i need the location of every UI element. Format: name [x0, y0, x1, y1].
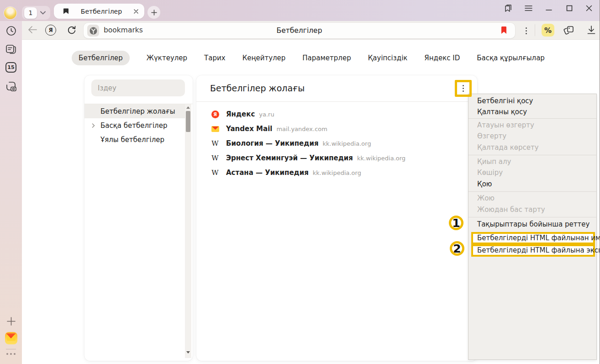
wikipedia-favicon: W — [211, 169, 219, 177]
back-button[interactable] — [27, 26, 37, 34]
vertical-dots-icon — [526, 27, 527, 34]
refresh-icon — [67, 25, 77, 35]
chevron-down-icon — [40, 11, 46, 15]
menu-item-export-html[interactable]: Бетбелгілерді HTML файлына экспорттау — [471, 244, 595, 257]
menu-item-add-bookmark[interactable]: Бетбелгіні қосу — [468, 95, 596, 106]
tab-count: 1 — [24, 7, 37, 19]
rail-add-button[interactable] — [0, 317, 22, 326]
wikipedia-favicon: W — [211, 154, 219, 162]
screenshot-button[interactable] — [0, 81, 22, 92]
nav-tab-downloads[interactable]: Жүктеулер — [147, 51, 187, 65]
scroll-thumb[interactable] — [186, 111, 190, 132]
nav-tab-settings[interactable]: Параметрлер — [302, 51, 351, 65]
new-tab-button[interactable] — [147, 6, 160, 19]
bookmark-row-biology-wikipedia[interactable]: W Биология — Уикипедия kk.wikipedia.org — [196, 136, 477, 151]
panel-menu-button-highlight — [455, 80, 472, 97]
nav-tab-extensions[interactable]: Кеңейтулер — [242, 51, 286, 65]
clock-icon — [6, 26, 16, 36]
maximize-icon — [566, 5, 573, 11]
tab-close-icon[interactable] — [134, 9, 138, 14]
nav-tab-security[interactable]: Қауіпсіздік — [368, 51, 408, 65]
scroll-down-arrow[interactable] — [186, 351, 190, 353]
toolbar-more-button[interactable] — [521, 25, 532, 36]
folders-panel: Бетбелгілер жолағы Басқа бетбелгілер Ұял… — [84, 75, 193, 361]
plus-icon — [151, 10, 157, 16]
rail-divider — [6, 349, 16, 349]
yandex-mail-icon — [5, 332, 17, 344]
rail-more-button[interactable] — [0, 353, 22, 355]
panel-menu-button[interactable] — [463, 85, 464, 92]
menu-item-undo-delete: Жоюдан бас тарту — [468, 204, 596, 216]
settings-nav: Бетбелгілер Жүктеулер Тарих Кеңейтулер П… — [132, 51, 484, 65]
side-panel-bookmarks-button[interactable] — [503, 4, 512, 13]
refresh-button[interactable] — [67, 25, 77, 35]
menu-item-cut: Қиып алу — [468, 156, 596, 167]
tab-strip: 1 Бетбелгілер — [0, 0, 600, 21]
close-icon — [586, 5, 592, 11]
toolbar: Я bookmarks Бетбелгілер % — [22, 21, 600, 40]
menu-divider — [468, 155, 596, 155]
yandex-home-button[interactable]: Я — [45, 25, 56, 36]
bookmark-row-yandex[interactable]: Я Яндекс ya.ru — [196, 107, 477, 121]
bookmarks-panel-icon — [504, 4, 512, 12]
bookmark-row-astana-wikipedia[interactable]: W Астана — Уикипедия kk.wikipedia.org — [196, 165, 477, 180]
browser-window: 1 Бетбелгілер — [0, 0, 600, 364]
menu-divider — [468, 191, 596, 192]
menu-item-import-html[interactable]: Бетбелгілерді HTML файлынан импорттау — [471, 232, 595, 244]
bookmark-row-hemingway-wikipedia[interactable]: W Эрнест Хемингуэй — Уикипедия kk.wikipe… — [196, 151, 477, 165]
tab-title: Бетбелгілер — [69, 8, 134, 15]
hamburger-menu-icon — [525, 5, 532, 11]
bookmark-icon — [63, 8, 69, 15]
percent-icon: % — [544, 26, 552, 35]
toolbar-divider — [535, 24, 535, 36]
calendar-icon: 15 — [5, 62, 16, 73]
folders-scrollbar[interactable] — [185, 104, 191, 358]
folder-item-bookmarks-bar[interactable]: Бетбелгілер жолағы — [84, 104, 186, 118]
minimize-button[interactable] — [544, 4, 553, 13]
search-input[interactable] — [91, 79, 185, 96]
bookmark-flag-button[interactable] — [501, 26, 507, 36]
scroll-up-arrow[interactable] — [186, 106, 190, 109]
feed-button[interactable] — [0, 44, 22, 54]
folder-item-mobile-bookmarks[interactable]: Ұялы бетбелгілер — [84, 132, 186, 147]
close-window-button[interactable] — [584, 4, 594, 13]
panel-divider — [196, 101, 477, 102]
menu-divider — [468, 217, 596, 217]
menu-item-paste[interactable]: Қою — [468, 178, 596, 190]
feed-pages-icon — [5, 44, 16, 54]
collections-button[interactable] — [563, 25, 574, 36]
tab-counter[interactable]: 1 — [22, 6, 50, 20]
wikipedia-favicon: W — [211, 139, 219, 148]
menu-item-rename: Атауын өзгерту — [468, 120, 596, 131]
maximize-button[interactable] — [565, 4, 574, 13]
bookmark-row-yandex-mail[interactable]: Yandex Mail mail.yandex.com — [196, 121, 477, 136]
menu-item-sort-by-title[interactable]: Тақырыптары бойынша реттеу — [468, 218, 596, 231]
plus-icon — [7, 317, 16, 326]
browser-menu-button[interactable] — [524, 4, 533, 13]
chevron-right-icon[interactable] — [92, 123, 95, 128]
folder-item-other-bookmarks[interactable]: Басқа бетбелгілер — [84, 118, 186, 132]
menu-item-edit: Өзгерту — [468, 131, 596, 142]
menu-item-show-in-folder: Қалтада көрсету — [468, 142, 596, 154]
profile-avatar[interactable] — [4, 7, 16, 19]
back-arrow-icon — [27, 26, 37, 34]
nav-tab-history[interactable]: Тарих — [204, 51, 226, 65]
menu-divider — [468, 118, 596, 119]
nav-tab-bookmarks[interactable]: Бетбелгілер — [72, 51, 130, 65]
history-button[interactable] — [0, 26, 22, 36]
address-bar[interactable]: bookmarks Бетбелгілер — [84, 23, 515, 38]
calendar-button[interactable]: 15 — [0, 62, 22, 73]
menu-item-add-folder[interactable]: Қалтаны қосу — [468, 106, 596, 117]
yandex-mail-app-button[interactable] — [0, 332, 22, 344]
collections-icon — [563, 25, 574, 36]
menu-item-delete: Жою — [468, 193, 596, 204]
annotation-badge-2: 2 — [450, 241, 464, 256]
nav-tab-yandex-id[interactable]: Яндекс ID — [424, 51, 460, 65]
bookmarks-context-menu: Бетбелгіні қосу Қалтаны қосу Атауын өзге… — [468, 94, 597, 360]
tab-bookmarks[interactable]: Бетбелгілер — [54, 4, 144, 19]
download-icon — [587, 26, 596, 35]
deals-percent-button[interactable]: % — [542, 24, 554, 37]
nav-tab-other-devices[interactable]: Басқа құрылғылар — [477, 51, 545, 65]
address-bar-page-title: Бетбелгілер — [84, 26, 515, 35]
downloads-button[interactable] — [587, 26, 596, 35]
